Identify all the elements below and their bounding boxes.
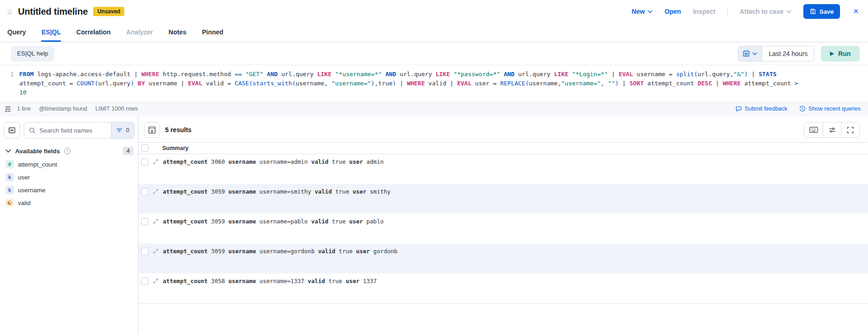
date-quick-select-button[interactable]: [738, 46, 762, 61]
boolean-field-icon: [6, 199, 14, 207]
result-row-4[interactable]: attempt_count 3059 username username=gor…: [138, 244, 868, 273]
expand-row-icon[interactable]: [153, 278, 159, 284]
grid-header-row: Summary: [138, 142, 868, 154]
save-label: Save: [819, 8, 834, 15]
result-row-5[interactable]: attempt_count 3058 username username=133…: [138, 273, 868, 304]
unsaved-badge: Unsaved: [93, 7, 124, 16]
new-timeline-button[interactable]: New: [632, 8, 653, 15]
results-count: 5 results: [165, 126, 192, 134]
summary-column-header: Summary: [162, 145, 188, 151]
row-summary: attempt_count 3059 username username=pab…: [163, 218, 384, 225]
search-icon: [24, 127, 39, 134]
row-checkbox[interactable]: [141, 278, 149, 285]
play-icon: ▶: [830, 50, 834, 56]
close-timeline-icon[interactable]: ✕: [852, 6, 860, 17]
chevron-down-icon: [752, 52, 757, 55]
query-toolbar: ES|QL help Last 24 hours ▶ Run: [0, 42, 868, 65]
toolbar-right: Last 24 hours ▶ Run: [738, 46, 860, 61]
esql-help-button[interactable]: ES|QL help: [11, 46, 54, 61]
line-number-empty: [0, 88, 14, 97]
inspect-button[interactable]: Inspect: [693, 8, 715, 15]
field-search-box: 0: [24, 122, 134, 139]
timestamp-status: @timestamp found: [39, 106, 87, 112]
row-checkbox[interactable]: [141, 218, 149, 225]
editor-lines-icon: [5, 106, 12, 112]
sliders-icon: [829, 127, 836, 134]
timeline-tabs: Query ES|QL Correlation Analyzer Notes P…: [0, 23, 868, 42]
submit-feedback-link[interactable]: Submit feedback: [735, 106, 787, 112]
timeline-title: Untitled timeline: [18, 6, 88, 17]
tab-correlation[interactable]: Correlation: [77, 23, 111, 42]
filter-icon: [116, 128, 122, 133]
save-button[interactable]: Save: [803, 4, 840, 19]
field-item-user[interactable]: k user: [4, 171, 134, 184]
row-summary: attempt_count 3059 username username=smi…: [163, 188, 391, 195]
new-label: New: [632, 8, 645, 15]
available-fields-header[interactable]: Available fields ? 4: [6, 147, 133, 155]
run-query-button[interactable]: ▶ Run: [821, 46, 860, 61]
expand-row-icon[interactable]: [153, 218, 159, 224]
editor-line: 1 FROM logs-apache.access-default | WHER…: [0, 70, 861, 79]
fields-sidebar: 0 Available fields ? 4 # attempt_count k…: [0, 117, 138, 334]
field-search-input[interactable]: [39, 127, 111, 134]
available-fields-label: Available fields: [15, 148, 60, 155]
run-label: Run: [838, 50, 851, 57]
open-timeline-button[interactable]: Open: [664, 8, 681, 15]
line-number-empty: [0, 79, 14, 88]
field-name: user: [18, 174, 30, 181]
tab-esql[interactable]: ES|QL: [41, 23, 61, 42]
field-name: attempt_count: [18, 161, 57, 168]
editor-line: attempt_count = COUNT(url.query) BY user…: [0, 79, 861, 88]
chevron-down-icon: [6, 149, 11, 153]
result-row-3[interactable]: attempt_count 3059 username username=pab…: [138, 214, 868, 244]
expand-row-icon[interactable]: [153, 248, 159, 254]
tab-query[interactable]: Query: [7, 23, 26, 42]
row-summary: attempt_count 3058 username username=133…: [163, 278, 377, 285]
tab-analyzer[interactable]: Analyzer: [126, 23, 153, 42]
filter-count-badge: 0: [126, 127, 129, 134]
editor-footer-links: Submit feedback Show recent queries: [735, 106, 861, 112]
results-options-button[interactable]: [144, 122, 160, 138]
row-checkbox[interactable]: [141, 158, 149, 166]
expand-row-icon[interactable]: [153, 159, 159, 165]
field-item-valid[interactable]: valid: [4, 196, 134, 209]
history-clock-icon: [799, 106, 806, 112]
editor-footer: 1 line @timestamp found LIMIT 1000 rows …: [0, 101, 868, 117]
limit-status: LIMIT 1000 rows: [95, 106, 138, 112]
attach-to-case-label: Attach to case: [740, 8, 784, 15]
line-number: 1: [0, 70, 14, 79]
line-count: 1 line: [17, 106, 31, 112]
chevron-down-icon: [786, 10, 791, 13]
keyboard-icon: [809, 127, 818, 133]
select-all-checkbox[interactable]: [141, 145, 149, 152]
results-header: 5 results: [138, 117, 868, 142]
collapse-sidebar-button[interactable]: [4, 122, 20, 139]
esql-editor[interactable]: 1 FROM logs-apache.access-default | WHER…: [0, 65, 868, 101]
field-item-username[interactable]: k username: [4, 184, 134, 196]
expand-row-icon[interactable]: [153, 189, 159, 195]
display-options-button[interactable]: [823, 122, 841, 137]
fullscreen-icon: [847, 127, 854, 134]
show-recent-queries-label: Show recent queries: [808, 106, 861, 112]
keyboard-shortcuts-button[interactable]: [804, 122, 823, 137]
attach-to-case-button[interactable]: Attach to case: [740, 8, 791, 15]
info-icon: ?: [64, 148, 71, 154]
row-checkbox[interactable]: [141, 248, 149, 255]
results-body: 0 Available fields ? 4 # attempt_count k…: [0, 117, 868, 334]
favorite-star-icon[interactable]: ☆: [6, 7, 13, 17]
tab-notes[interactable]: Notes: [169, 23, 187, 42]
table-download-icon: [148, 126, 156, 134]
field-filters-button[interactable]: 0: [111, 122, 134, 138]
field-name: username: [18, 187, 45, 194]
field-item-attempt-count[interactable]: # attempt_count: [4, 158, 134, 171]
time-range-value[interactable]: Last 24 hours: [762, 46, 814, 61]
tab-pinned[interactable]: Pinned: [202, 23, 223, 42]
result-row-2[interactable]: attempt_count 3059 username username=smi…: [138, 184, 868, 214]
fullscreen-button[interactable]: [841, 122, 859, 137]
date-picker: Last 24 hours: [738, 46, 814, 61]
show-recent-queries-link[interactable]: Show recent queries: [799, 106, 861, 112]
keyword-field-icon: k: [6, 173, 14, 181]
result-row-1[interactable]: attempt_count 3060 username username=adm…: [138, 154, 868, 184]
row-checkbox[interactable]: [141, 188, 149, 195]
sidebar-top-row: 0: [4, 122, 134, 139]
